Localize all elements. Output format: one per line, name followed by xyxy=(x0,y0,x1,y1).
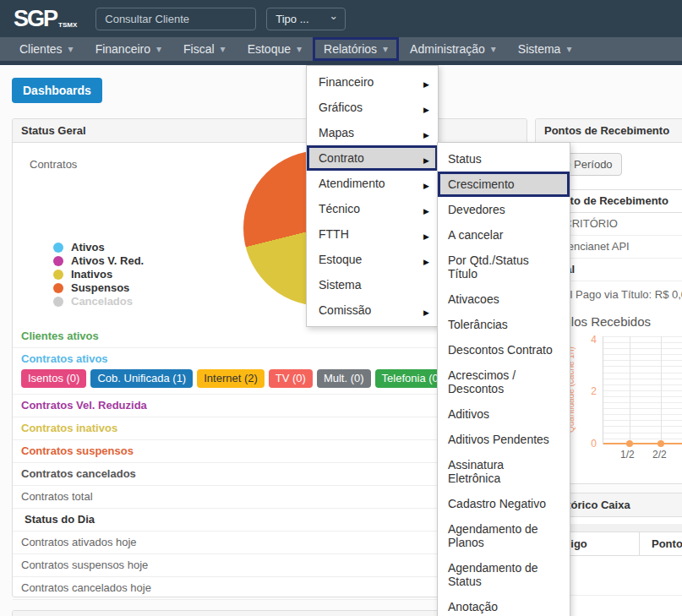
badge-isentos[interactable]: Isentos (0) xyxy=(21,369,86,388)
legend-dot xyxy=(53,270,63,280)
status-panel-title: Status Geral xyxy=(13,119,527,143)
nav-item-estoque[interactable]: Estoque xyxy=(237,37,313,61)
menu-item-tecnico[interactable]: Técnico xyxy=(307,196,438,221)
submenu-item-assinatura-eletronica[interactable]: Assinatura Eletrônica xyxy=(438,452,570,491)
submenu-item-aditivos[interactable]: Aditivos xyxy=(438,401,570,427)
badge-internet[interactable]: Internet (2) xyxy=(197,369,265,388)
legend-label: Ativos xyxy=(71,242,105,253)
receipts-panel-title: Pontos de Recebimento xyxy=(536,119,682,143)
menu-item-mapas[interactable]: Mapas xyxy=(307,120,438,145)
search-input[interactable] xyxy=(95,8,256,30)
legend-dot xyxy=(53,256,63,266)
menu-item-financeiro[interactable]: Financeiro xyxy=(307,69,438,95)
legend-item-cancelados[interactable]: Cancelados xyxy=(53,296,144,307)
column-ponto: Ponto xyxy=(639,532,682,555)
data-point[interactable] xyxy=(626,440,633,447)
y-tick: 0 xyxy=(580,438,597,450)
pie-chart-label: Contratos xyxy=(30,158,77,171)
data-point[interactable] xyxy=(657,440,664,447)
submenu-item-tolerancias[interactable]: Tolerâncias xyxy=(438,312,570,337)
submenu-item-agendamento-planos[interactable]: Agendamento de Planos xyxy=(438,516,570,555)
y-tick: 4 xyxy=(580,334,597,346)
legend-label: Inativos xyxy=(71,269,112,280)
menu-item-graficos[interactable]: Gráficos xyxy=(307,95,438,120)
menu-item-atendimento[interactable]: Atendimento xyxy=(307,171,438,196)
submenu-item-aditivos-pendentes[interactable]: Aditivos Pendentes xyxy=(438,427,570,452)
nav-item-relatorios[interactable]: Relatórios xyxy=(313,37,399,61)
y-tick: 2 xyxy=(580,385,597,397)
badge-mult[interactable]: Mult. (0) xyxy=(317,369,371,388)
menu-item-contrato[interactable]: Contrato xyxy=(307,145,438,171)
sgp-logo: SGP TSMX xyxy=(14,8,77,30)
submenu-item-crescimento[interactable]: Crescimento xyxy=(438,172,570,197)
x-label: 2/2 xyxy=(652,449,667,461)
legend-item-suspensos[interactable]: Suspensos xyxy=(53,282,144,293)
submenu-item-cadastro-negativo[interactable]: Cadastro Negativo xyxy=(438,491,570,516)
legend-dot xyxy=(53,283,63,293)
nav-item-clientes[interactable]: Clientes xyxy=(8,37,85,61)
main-navbar: Clientes Financeiro Fiscal Estoque Relat… xyxy=(0,37,682,61)
legend-item-ativos[interactable]: Ativos xyxy=(53,242,144,253)
dashboards-button[interactable]: Dashboards xyxy=(12,78,102,103)
submenu-item-anotacao[interactable]: Anotação xyxy=(438,594,570,616)
submenu-item-acrescimos-descontos[interactable]: Acrescimos / Descontos xyxy=(438,363,570,401)
nav-item-fiscal[interactable]: Fiscal xyxy=(172,37,237,61)
submenu-item-ativacoes[interactable]: Ativacoes xyxy=(438,286,570,312)
legend-label: Suspensos xyxy=(71,282,129,293)
nav-item-administracao[interactable]: Administração xyxy=(399,37,507,61)
gridline xyxy=(661,336,662,444)
submenu-item-descontos-contrato[interactable]: Descontos Contrato xyxy=(438,337,570,363)
topbar: SGP TSMX Tipo ... xyxy=(0,0,682,37)
nav-item-financeiro[interactable]: Financeiro xyxy=(85,37,172,61)
menu-item-sistema[interactable]: Sistema xyxy=(307,272,438,297)
contrato-submenu: Status Crescimento Devedores A cancelar … xyxy=(437,142,570,616)
legend-item-ativos-v-red[interactable]: Ativos V. Red. xyxy=(53,255,144,266)
pie-legend: Ativos Ativos V. Red. Inativos Suspensos… xyxy=(53,242,144,309)
gridline xyxy=(630,336,630,444)
x-label: 1/2 xyxy=(620,449,635,461)
submenu-item-devedores[interactable]: Devedores xyxy=(438,197,570,222)
logo-text: SGP xyxy=(14,8,57,30)
type-select-value: Tipo ... xyxy=(276,13,308,25)
relatorios-dropdown-menu: Financeiro Gráficos Mapas Contrato Atend… xyxy=(306,65,439,327)
legend-dot xyxy=(53,243,63,253)
legend-label: Ativos V. Red. xyxy=(71,255,144,266)
badge-tv[interactable]: TV (0) xyxy=(269,369,313,388)
menu-item-comissao[interactable]: Comissão xyxy=(307,297,438,323)
series-line xyxy=(603,443,682,444)
badge-cob-unificada[interactable]: Cob. Unificada (1) xyxy=(90,369,193,388)
submenu-item-por-qtd-status-titulo[interactable]: Por Qtd./Status Título xyxy=(438,248,570,286)
submenu-item-status[interactable]: Status xyxy=(438,146,570,172)
nav-item-sistema[interactable]: Sistema xyxy=(507,37,583,61)
submenu-item-agendamento-status[interactable]: Agendamento de Status xyxy=(438,555,570,594)
type-select[interactable]: Tipo ... xyxy=(266,8,346,30)
logo-subtext: TSMX xyxy=(58,22,77,29)
submenu-item-a-cancelar[interactable]: A cancelar xyxy=(438,222,570,248)
legend-item-inativos[interactable]: Inativos xyxy=(53,269,144,280)
menu-item-ftth[interactable]: FTTH xyxy=(307,221,438,247)
legend-label: Cancelados xyxy=(71,296,133,307)
plot-area xyxy=(603,336,682,444)
legend-dot xyxy=(53,297,63,307)
menu-item-estoque[interactable]: Estoque xyxy=(307,247,438,272)
